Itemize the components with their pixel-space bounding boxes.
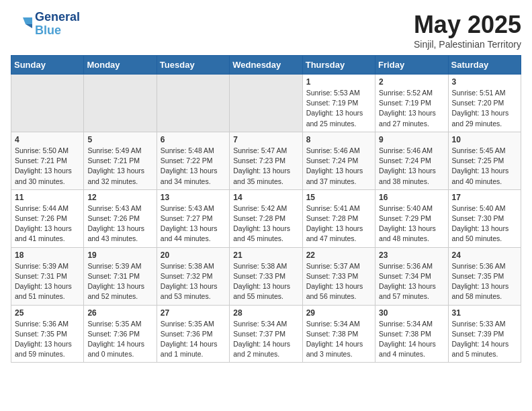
calendar-cell: [11, 75, 84, 132]
col-header-monday: Monday: [84, 56, 157, 75]
title-block: May 2025 Sinjil, Palestinian Territory: [414, 11, 521, 50]
calendar-cell: 27Sunrise: 5:35 AMSunset: 7:36 PMDayligh…: [157, 305, 229, 363]
day-number: 8: [306, 135, 371, 144]
day-info: Sunrise: 5:34 AMSunset: 7:38 PMDaylight:…: [306, 319, 371, 360]
day-number: 19: [87, 250, 152, 260]
day-info: Sunrise: 5:35 AMSunset: 7:36 PMDaylight:…: [87, 319, 152, 360]
calendar-cell: 11Sunrise: 5:44 AMSunset: 7:26 PMDayligh…: [11, 189, 84, 247]
day-number: 18: [15, 250, 80, 260]
day-info: Sunrise: 5:45 AMSunset: 7:25 PMDaylight:…: [452, 146, 517, 187]
calendar-cell: 30Sunrise: 5:34 AMSunset: 7:38 PMDayligh…: [375, 305, 448, 363]
calendar: SundayMondayTuesdayWednesdayThursdayFrid…: [11, 55, 521, 363]
col-header-tuesday: Tuesday: [157, 56, 229, 75]
calendar-cell: 1Sunrise: 5:53 AMSunset: 7:19 PMDaylight…: [302, 75, 375, 132]
calendar-cell: 18Sunrise: 5:39 AMSunset: 7:31 PMDayligh…: [11, 247, 84, 305]
day-number: 13: [161, 193, 226, 202]
calendar-cell: 15Sunrise: 5:41 AMSunset: 7:28 PMDayligh…: [302, 189, 375, 247]
calendar-cell: 20Sunrise: 5:38 AMSunset: 7:32 PMDayligh…: [157, 247, 229, 305]
calendar-cell: 23Sunrise: 5:36 AMSunset: 7:34 PMDayligh…: [375, 247, 448, 305]
day-number: 28: [233, 308, 298, 318]
day-info: Sunrise: 5:47 AMSunset: 7:23 PMDaylight:…: [233, 146, 298, 187]
calendar-cell: [84, 75, 157, 132]
calendar-cell: 26Sunrise: 5:35 AMSunset: 7:36 PMDayligh…: [84, 305, 157, 363]
day-info: Sunrise: 5:42 AMSunset: 7:28 PMDaylight:…: [233, 203, 298, 244]
day-number: 9: [379, 135, 444, 144]
day-number: 22: [306, 250, 371, 260]
calendar-week-5: 25Sunrise: 5:36 AMSunset: 7:35 PMDayligh…: [11, 305, 521, 363]
day-info: Sunrise: 5:46 AMSunset: 7:24 PMDaylight:…: [306, 146, 371, 187]
day-number: 2: [379, 77, 444, 87]
calendar-week-1: 1Sunrise: 5:53 AMSunset: 7:19 PMDaylight…: [11, 75, 521, 132]
day-number: 3: [452, 77, 517, 87]
col-header-saturday: Saturday: [448, 56, 521, 75]
calendar-cell: 4Sunrise: 5:50 AMSunset: 7:21 PMDaylight…: [11, 132, 84, 189]
day-info: Sunrise: 5:36 AMSunset: 7:34 PMDaylight:…: [379, 261, 444, 302]
day-info: Sunrise: 5:46 AMSunset: 7:24 PMDaylight:…: [379, 146, 444, 187]
day-number: 25: [15, 308, 80, 318]
day-number: 20: [161, 250, 226, 260]
day-number: 16: [379, 193, 444, 202]
calendar-cell: 21Sunrise: 5:38 AMSunset: 7:33 PMDayligh…: [230, 247, 302, 305]
logo: General Blue: [11, 11, 80, 38]
calendar-cell: 7Sunrise: 5:47 AMSunset: 7:23 PMDaylight…: [230, 132, 302, 189]
calendar-cell: 16Sunrise: 5:40 AMSunset: 7:29 PMDayligh…: [375, 189, 448, 247]
day-info: Sunrise: 5:49 AMSunset: 7:21 PMDaylight:…: [87, 146, 152, 187]
day-info: Sunrise: 5:38 AMSunset: 7:33 PMDaylight:…: [233, 261, 298, 302]
col-header-thursday: Thursday: [302, 56, 375, 75]
day-number: 14: [233, 193, 298, 202]
calendar-cell: 2Sunrise: 5:52 AMSunset: 7:19 PMDaylight…: [375, 75, 448, 132]
day-info: Sunrise: 5:34 AMSunset: 7:37 PMDaylight:…: [233, 319, 298, 360]
logo-line2: Blue: [35, 24, 61, 37]
calendar-cell: 25Sunrise: 5:36 AMSunset: 7:35 PMDayligh…: [11, 305, 84, 363]
day-info: Sunrise: 5:52 AMSunset: 7:19 PMDaylight:…: [379, 88, 444, 129]
col-header-sunday: Sunday: [11, 56, 84, 75]
calendar-week-2: 4Sunrise: 5:50 AMSunset: 7:21 PMDaylight…: [11, 132, 521, 189]
calendar-cell: 12Sunrise: 5:43 AMSunset: 7:26 PMDayligh…: [84, 189, 157, 247]
day-info: Sunrise: 5:43 AMSunset: 7:27 PMDaylight:…: [161, 203, 226, 244]
day-number: 5: [87, 135, 152, 144]
calendar-header-row: SundayMondayTuesdayWednesdayThursdayFrid…: [11, 56, 521, 75]
day-number: 11: [15, 193, 80, 202]
day-number: 12: [87, 193, 152, 202]
day-number: 7: [233, 135, 298, 144]
page-header: General Blue May 2025 Sinjil, Palestinia…: [11, 11, 521, 50]
day-info: Sunrise: 5:33 AMSunset: 7:39 PMDaylight:…: [452, 319, 517, 360]
col-header-friday: Friday: [375, 56, 448, 75]
day-info: Sunrise: 5:35 AMSunset: 7:36 PMDaylight:…: [161, 319, 226, 360]
day-info: Sunrise: 5:53 AMSunset: 7:19 PMDaylight:…: [306, 88, 371, 129]
day-info: Sunrise: 5:40 AMSunset: 7:29 PMDaylight:…: [379, 203, 444, 244]
day-number: 29: [306, 308, 371, 318]
calendar-cell: 13Sunrise: 5:43 AMSunset: 7:27 PMDayligh…: [157, 189, 229, 247]
day-info: Sunrise: 5:37 AMSunset: 7:33 PMDaylight:…: [306, 261, 371, 302]
day-info: Sunrise: 5:43 AMSunset: 7:26 PMDaylight:…: [87, 203, 152, 244]
day-number: 4: [15, 135, 80, 144]
day-number: 6: [161, 135, 226, 144]
calendar-cell: [230, 75, 302, 132]
calendar-cell: 14Sunrise: 5:42 AMSunset: 7:28 PMDayligh…: [230, 189, 302, 247]
day-number: 31: [452, 308, 517, 318]
day-info: Sunrise: 5:39 AMSunset: 7:31 PMDaylight:…: [15, 261, 80, 302]
day-info: Sunrise: 5:39 AMSunset: 7:31 PMDaylight:…: [87, 261, 152, 302]
logo-line1: General: [35, 11, 80, 24]
calendar-week-4: 18Sunrise: 5:39 AMSunset: 7:31 PMDayligh…: [11, 247, 521, 305]
calendar-cell: 3Sunrise: 5:51 AMSunset: 7:20 PMDaylight…: [448, 75, 521, 132]
day-number: 23: [379, 250, 444, 260]
calendar-cell: 6Sunrise: 5:48 AMSunset: 7:22 PMDaylight…: [157, 132, 229, 189]
calendar-cell: 24Sunrise: 5:36 AMSunset: 7:35 PMDayligh…: [448, 247, 521, 305]
calendar-cell: 22Sunrise: 5:37 AMSunset: 7:33 PMDayligh…: [302, 247, 375, 305]
day-number: 30: [379, 308, 444, 318]
day-info: Sunrise: 5:40 AMSunset: 7:30 PMDaylight:…: [452, 203, 517, 244]
day-info: Sunrise: 5:51 AMSunset: 7:20 PMDaylight:…: [452, 88, 517, 129]
day-info: Sunrise: 5:34 AMSunset: 7:38 PMDaylight:…: [379, 319, 444, 360]
calendar-cell: 17Sunrise: 5:40 AMSunset: 7:30 PMDayligh…: [448, 189, 521, 247]
day-info: Sunrise: 5:50 AMSunset: 7:21 PMDaylight:…: [15, 146, 80, 187]
day-number: 10: [452, 135, 517, 144]
day-number: 26: [87, 308, 152, 318]
col-header-wednesday: Wednesday: [230, 56, 302, 75]
month-title: May 2025: [414, 11, 521, 39]
day-number: 27: [161, 308, 226, 318]
calendar-cell: 29Sunrise: 5:34 AMSunset: 7:38 PMDayligh…: [302, 305, 375, 363]
day-number: 21: [233, 250, 298, 260]
calendar-cell: 19Sunrise: 5:39 AMSunset: 7:31 PMDayligh…: [84, 247, 157, 305]
calendar-cell: 5Sunrise: 5:49 AMSunset: 7:21 PMDaylight…: [84, 132, 157, 189]
